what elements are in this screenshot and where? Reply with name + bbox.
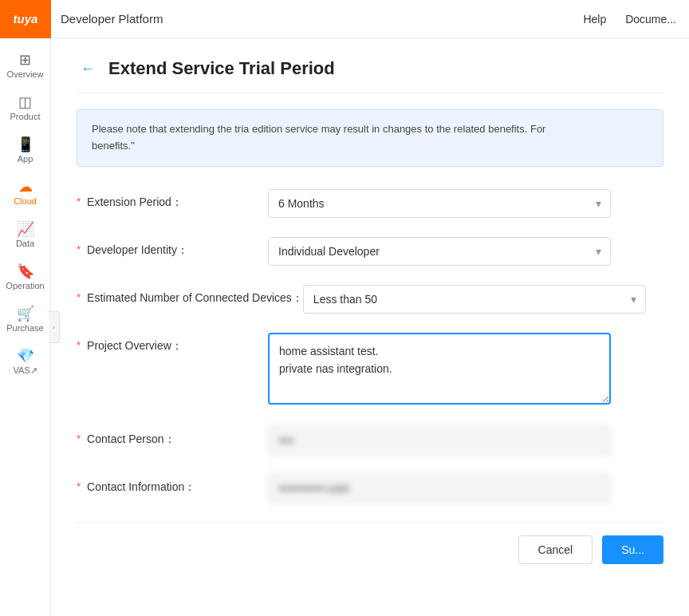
overview-icon: ⊞ [19, 53, 31, 67]
logo-text: tuya [14, 12, 38, 26]
purchase-icon: 🛒 [17, 306, 34, 321]
help-link[interactable]: Help [583, 13, 606, 26]
contact-info-label: * Contact Information： [77, 474, 268, 495]
sidebar-item-app[interactable]: 📱 App [0, 129, 50, 172]
project-overview-textarea[interactable]: home assistant test. private nas integra… [268, 333, 611, 405]
required-star-6: * [77, 480, 81, 492]
estimated-devices-label: * Estimated Number of Connected Devices： [77, 285, 303, 306]
extension-period-select[interactable]: 6 Months 1 Months 3 Months 12 Months [268, 189, 611, 218]
sidebar-item-overview[interactable]: ⊞ Overview [0, 45, 50, 87]
sidebar-item-purchase[interactable]: 🛒 Purchase [0, 298, 50, 341]
developer-identity-row: * Developer Identity： Individual Develop… [77, 237, 663, 266]
project-overview-control: home assistant test. private nas integra… [268, 333, 611, 407]
cancel-button[interactable]: Cancel [518, 535, 593, 564]
sidebar-item-product[interactable]: ◫ Product [0, 87, 50, 129]
project-overview-row: * Project Overview： home assistant test.… [77, 333, 663, 407]
sidebar: ⊞ Overview ◫ Product 📱 App ☁ Cloud 📈 Dat… [0, 38, 51, 616]
contact-person-row: * Contact Person： [77, 426, 663, 455]
estimated-devices-select[interactable]: Less than 50 50-200 200-1000 1000+ [303, 285, 646, 314]
footer-bar: Cancel Su... [77, 522, 663, 577]
estimated-devices-row: * Estimated Number of Connected Devices：… [77, 285, 663, 314]
submit-button[interactable]: Su... [602, 535, 663, 564]
required-star-2: * [77, 243, 81, 255]
estimated-devices-control: Less than 50 50-200 200-1000 1000+ [303, 285, 646, 314]
sidebar-item-vas[interactable]: 💎 VAS↗ [0, 341, 50, 384]
contact-info-row: * Contact Information： [77, 474, 663, 503]
estimated-devices-wrapper: Less than 50 50-200 200-1000 1000+ [303, 285, 646, 314]
page-title: Extend Service Trial Period [108, 58, 335, 79]
developer-identity-wrapper: Individual Developer Enterprise Develope… [268, 237, 611, 266]
developer-identity-select[interactable]: Individual Developer Enterprise Develope… [268, 237, 611, 266]
sidebar-collapse-button[interactable]: › [49, 311, 60, 343]
info-banner-text: Please note that extending the tria edit… [92, 123, 545, 135]
required-star-4: * [77, 339, 81, 351]
info-banner-text2: benefits." [92, 140, 135, 152]
page-header: ← Extend Service Trial Period [77, 57, 663, 93]
main-layout: ⊞ Overview ◫ Product 📱 App ☁ Cloud 📈 Dat… [0, 38, 689, 616]
developer-identity-control: Individual Developer Enterprise Develope… [268, 237, 611, 266]
logo: tuya [0, 0, 51, 38]
extension-period-wrapper: 6 Months 1 Months 3 Months 12 Months [268, 189, 611, 218]
sidebar-item-operation[interactable]: 🔖 Operation [0, 256, 50, 298]
form: * Extension Period： 6 Months 1 Months 3 … [77, 189, 663, 503]
vas-icon: 💎 [17, 349, 34, 363]
app-name: Developer Platform [61, 12, 163, 26]
operation-icon: 🔖 [17, 264, 34, 278]
top-nav-links: Help Docume... [583, 13, 676, 26]
project-overview-label: * Project Overview： [77, 333, 268, 353]
product-icon: ◫ [18, 95, 32, 109]
info-banner: Please note that extending the tria edit… [77, 109, 663, 167]
docs-link[interactable]: Docume... [625, 13, 676, 26]
extension-period-control: 6 Months 1 Months 3 Months 12 Months [268, 189, 611, 218]
top-nav: tuya Developer Platform Help Docume... [0, 0, 689, 38]
contact-person-input[interactable] [268, 426, 611, 455]
required-star-3: * [77, 291, 81, 303]
app-icon: 📱 [17, 137, 34, 152]
required-star-5: * [77, 432, 81, 444]
developer-identity-label: * Developer Identity： [77, 237, 268, 258]
main-content: ← Extend Service Trial Period Please not… [51, 38, 689, 616]
cloud-icon: ☁ [18, 180, 33, 194]
sidebar-item-data[interactable]: 📈 Data [0, 214, 50, 256]
required-star-1: * [77, 195, 81, 207]
contact-person-label: * Contact Person： [77, 426, 268, 447]
contact-person-control [268, 426, 611, 455]
extension-period-label: * Extension Period： [77, 189, 268, 210]
data-icon: 📈 [17, 222, 34, 236]
contact-info-control [268, 474, 611, 503]
contact-info-input[interactable] [268, 474, 611, 503]
back-button[interactable]: ← [77, 57, 99, 80]
sidebar-item-cloud[interactable]: ☁ Cloud [0, 172, 50, 214]
extension-period-row: * Extension Period： 6 Months 1 Months 3 … [77, 189, 663, 218]
